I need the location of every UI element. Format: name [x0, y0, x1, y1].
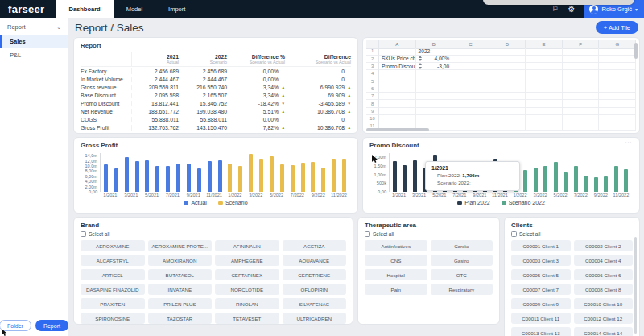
sheet-cell-G2[interactable]	[599, 56, 636, 63]
sheet-cell-D6[interactable]	[489, 85, 526, 93]
sheet-cell-E9[interactable]	[526, 108, 563, 115]
sheet-cell-C3[interactable]	[452, 63, 489, 70]
flag-icon[interactable]: ⚐	[551, 5, 558, 13]
sheet-cell-B2[interactable]: 4,00%	[416, 56, 453, 63]
sheet-cell-F1[interactable]	[563, 48, 600, 55]
sheet-cell-G1[interactable]	[599, 48, 636, 55]
bar-actual[interactable]	[176, 164, 180, 192]
sheet-cell-C11[interactable]	[452, 122, 489, 130]
filter-chip[interactable]: AEROXAMINE PROTE...	[148, 240, 213, 251]
sheet-cell-D7[interactable]	[489, 93, 526, 100]
sheet-cell-B4[interactable]	[416, 70, 453, 77]
filter-chip[interactable]: C00006 Client 6	[574, 269, 634, 280]
filter-chip[interactable]: ALCAFSTRYL	[80, 255, 145, 266]
sheet-cell-D8[interactable]	[489, 100, 526, 107]
sheet-cell-A4[interactable]	[379, 70, 416, 77]
bar-actual[interactable]	[114, 168, 118, 192]
select-all-checkbox[interactable]	[365, 231, 370, 237]
filter-chip[interactable]: ULTRICADREN	[283, 313, 347, 324]
filter-chip[interactable]: BUTATASOL	[148, 269, 213, 280]
sheet-cell-A8[interactable]	[379, 100, 416, 107]
sheet-cell-B10[interactable]	[416, 115, 453, 122]
filter-chip[interactable]: C00012 Client 12	[574, 313, 634, 324]
sheet-cell-E4[interactable]	[526, 70, 563, 77]
bar-scenario-2022[interactable]	[534, 168, 538, 193]
sheet-cell-F10[interactable]	[563, 115, 600, 122]
bar-scenario[interactable]	[249, 154, 253, 192]
filter-chip[interactable]: C00001 Client 1	[511, 240, 571, 251]
sheet-cell-C9[interactable]	[452, 108, 489, 115]
filter-chip[interactable]: C00009 Client 9	[511, 298, 571, 309]
nav-tab-model[interactable]: Model	[114, 0, 155, 18]
filter-chip[interactable]: C00004 Client 4	[574, 255, 634, 266]
sidebar-item-pl[interactable]: P&L	[0, 48, 68, 62]
bar-scenario-2022[interactable]	[584, 176, 588, 192]
filter-chip[interactable]: SILVAFENAC	[283, 298, 347, 309]
select-all-checkbox[interactable]	[80, 231, 86, 237]
bar-scenario[interactable]	[321, 168, 325, 192]
sheet-cell-G5[interactable]	[599, 77, 636, 85]
stepper-up-icon[interactable]	[419, 63, 422, 65]
bar-plan-2022[interactable]	[413, 160, 417, 192]
bar-scenario[interactable]	[301, 163, 305, 192]
sidebar-group-report[interactable]: Report ⌄	[0, 18, 68, 35]
bar-scenario-2022[interactable]	[614, 166, 618, 192]
bar-scenario[interactable]	[259, 159, 263, 192]
filter-chip[interactable]: C00010 Client 10	[574, 298, 634, 309]
filter-chip[interactable]: OTC	[431, 269, 493, 280]
sheet-cell-F6[interactable]	[563, 85, 600, 93]
sheet-cell-D9[interactable]	[489, 108, 526, 115]
nav-tab-import[interactable]: Import	[155, 0, 198, 18]
filter-chip[interactable]: SPIRONOSINE	[80, 313, 145, 324]
bar-actual[interactable]	[104, 164, 108, 192]
bar-plan-2022[interactable]	[402, 165, 407, 192]
bar-actual[interactable]	[208, 161, 212, 192]
sheet-cell-E8[interactable]	[526, 100, 563, 107]
sheet-cell-D1[interactable]	[489, 48, 526, 55]
sheet-row-number[interactable]: 10	[366, 115, 379, 122]
filter-chip[interactable]: TAZOSTAR	[148, 313, 213, 324]
stepper-up-icon[interactable]	[419, 56, 422, 58]
bar-scenario-2022[interactable]	[604, 176, 608, 192]
filter-chip[interactable]: Pain	[365, 284, 427, 295]
bar-actual[interactable]	[197, 168, 201, 192]
sheet-cell-E2[interactable]	[526, 56, 563, 63]
sheet-cell-B1[interactable]: 2022	[416, 48, 453, 55]
filter-chip[interactable]: CNS	[365, 255, 427, 266]
bar-scenario[interactable]	[228, 164, 232, 192]
filter-chip[interactable]: Respiratory	[431, 284, 493, 295]
bar-actual[interactable]	[135, 161, 139, 192]
sheet-cell-B6[interactable]	[416, 85, 453, 93]
bar-actual[interactable]	[145, 160, 149, 192]
filter-chip[interactable]: RINOLAN	[215, 298, 279, 309]
bar-scenario[interactable]	[270, 156, 274, 192]
filter-chip[interactable]: AMOXIRANON	[148, 255, 213, 266]
bar-actual[interactable]	[166, 166, 170, 192]
sheet-row-number[interactable]: 3	[366, 63, 379, 70]
sheet-row-number[interactable]: 6	[366, 85, 379, 93]
report-button[interactable]: Report	[35, 320, 68, 331]
sheet-cell-D5[interactable]	[489, 77, 526, 85]
value-stepper[interactable]	[419, 56, 422, 62]
sidebar-item-sales[interactable]: Sales	[0, 35, 68, 48]
sheet-cell-B9[interactable]	[416, 108, 453, 115]
sheet-cell-D4[interactable]	[489, 70, 526, 77]
bar-actual[interactable]	[187, 164, 191, 192]
sheet-cell-G8[interactable]	[599, 100, 636, 107]
filter-chip[interactable]: AFININALIN	[215, 240, 279, 251]
sheet-cell-A1[interactable]	[379, 48, 416, 55]
sheet-cell-G11[interactable]	[599, 122, 636, 130]
tile-menu-icon[interactable]: ⋯	[625, 139, 633, 147]
sheet-cell-B8[interactable]	[416, 100, 453, 107]
sheet-row-number[interactable]: 8	[366, 100, 379, 107]
filter-chip[interactable]: CEFTARINEX	[215, 269, 279, 280]
filter-chip[interactable]: INVATANE	[148, 284, 213, 295]
filter-chip[interactable]: Hospital	[365, 269, 427, 280]
add-tile-button[interactable]: + Add Tile	[596, 21, 638, 34]
sheet-row-number[interactable]: 4	[366, 70, 379, 77]
filter-chip[interactable]: DASAPINE FINAZOLID	[80, 284, 145, 295]
bar-scenario-2022[interactable]	[624, 169, 628, 192]
select-all-checkbox[interactable]	[511, 231, 517, 237]
sheet-cell-B7[interactable]	[416, 93, 453, 100]
sheet-cell-E3[interactable]	[526, 63, 563, 70]
